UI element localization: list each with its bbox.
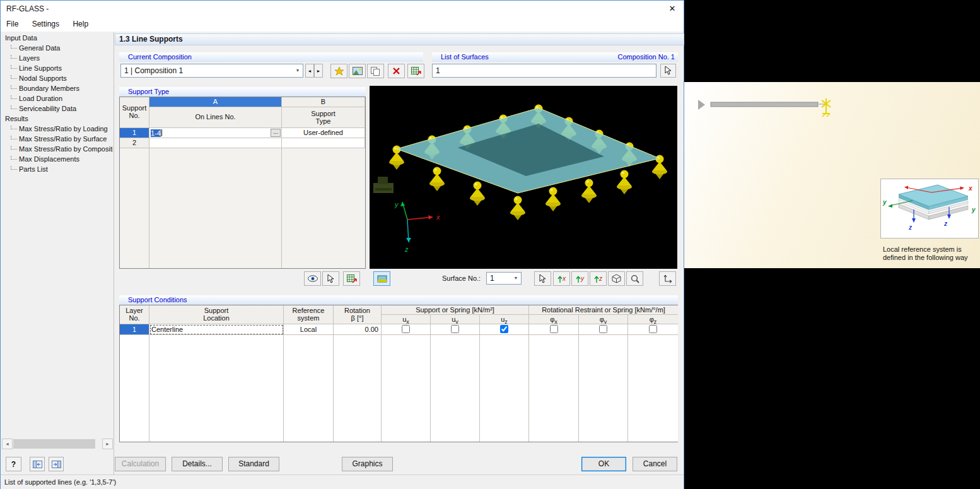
phix-checkbox[interactable]	[550, 325, 558, 333]
cancel-button[interactable]: Cancel	[633, 457, 677, 471]
tree-results[interactable]: Results	[2, 114, 113, 124]
uz-checkbox[interactable]	[500, 325, 508, 333]
phiz-cell[interactable]	[628, 324, 678, 335]
uy-cell[interactable]	[431, 324, 480, 335]
menu-help[interactable]: Help	[67, 17, 94, 32]
close-button[interactable]: ✕	[662, 1, 682, 17]
calculation-button[interactable]: Calculation	[115, 457, 166, 471]
scrollbar-thumb[interactable]	[13, 439, 95, 449]
ux-cell[interactable]	[382, 324, 431, 335]
tree-max-stress-loading[interactable]: Max Stress/Ratio by Loading	[2, 124, 113, 134]
standard-button[interactable]: Standard	[228, 457, 279, 471]
surfaces-list-input[interactable]: 1	[432, 64, 656, 78]
support-type-cell-empty[interactable]	[282, 138, 365, 148]
phiz-checkbox[interactable]	[649, 325, 657, 333]
zoom-button[interactable]	[626, 271, 643, 286]
tree-line-supports[interactable]: Line Supports	[2, 63, 113, 73]
ux-checkbox[interactable]	[402, 325, 410, 333]
graphics-viewport[interactable]: y x z	[370, 86, 677, 269]
on-lines-cell[interactable]: 1-4 ...	[149, 128, 282, 138]
view-x-button[interactable]: x	[553, 271, 570, 286]
export-composition-button[interactable]	[407, 64, 424, 78]
rotation-cell[interactable]: 0.00	[334, 324, 382, 335]
column-header-b[interactable]: B	[282, 97, 365, 107]
tooltip-caption-line1: Local reference system is	[883, 245, 977, 254]
column-header-a[interactable]: A	[149, 97, 282, 107]
eye-icon	[308, 275, 318, 282]
view-y-button[interactable]: y	[571, 271, 588, 286]
render-icon	[377, 274, 387, 283]
edit-composition-button[interactable]	[349, 64, 366, 78]
group-header-support-spring: Support or Spring [kN/m²]	[382, 305, 529, 315]
navigation-tree: Input Data General Data Layers Line Supp…	[2, 33, 113, 449]
export-table-button[interactable]	[343, 271, 360, 286]
tree-boundary-members[interactable]: Boundary Members	[2, 83, 113, 93]
column-header-reference-system: Reference system	[284, 305, 334, 324]
support-type-table: Support No. A B On Lines No. Support Typ…	[119, 97, 366, 269]
layer-row-header[interactable]: 1	[120, 324, 149, 335]
surface-no-dropdown[interactable]: 1 ▼	[486, 272, 522, 285]
text-caret	[161, 129, 162, 136]
tree-horizontal-scrollbar[interactable]: ◄ ►	[2, 439, 113, 449]
uy-checkbox[interactable]	[451, 325, 459, 333]
phiy-checkbox[interactable]	[599, 325, 607, 333]
phiy-cell[interactable]	[579, 324, 628, 335]
graphics-button[interactable]: Graphics	[342, 457, 393, 471]
delete-composition-button[interactable]	[388, 64, 405, 78]
tree-input-data[interactable]: Input Data	[2, 33, 113, 43]
new-composition-button[interactable]	[330, 64, 347, 78]
browse-lines-button[interactable]: ...	[271, 129, 281, 137]
composition-combobox[interactable]: 1 | Composition 1 ▼	[120, 64, 303, 78]
tree-nodal-supports[interactable]: Nodal Supports	[2, 73, 113, 83]
copy-composition-button[interactable]	[367, 64, 384, 78]
isometric-view-button[interactable]	[608, 271, 625, 286]
ok-button[interactable]: OK	[581, 457, 626, 471]
menu-settings[interactable]: Settings	[26, 17, 65, 32]
row-1-header[interactable]: 1	[120, 128, 149, 138]
tree-parts-list[interactable]: Parts List	[2, 164, 113, 174]
table-export-icon	[411, 67, 421, 76]
tree-load-duration[interactable]: Load Duration	[2, 93, 113, 103]
tree-serviceability-data[interactable]: Serviceability Data	[2, 103, 113, 114]
render-mode-button[interactable]	[373, 271, 390, 286]
uz-cell[interactable]	[480, 324, 529, 335]
panel-toggle-right-button[interactable]	[49, 457, 64, 471]
support-conditions-table: Layer No. Support Location Reference sys…	[119, 305, 678, 442]
rf-glass-dialog: RF-GLASS - ✕ File Settings Help Input Da…	[0, 0, 684, 489]
next-composition-button[interactable]: ►	[314, 64, 323, 78]
tree-max-stress-surface[interactable]: Max Stress/Ratio by Surface	[2, 134, 113, 144]
support-location-cell[interactable]: Centerline	[149, 324, 284, 335]
help-button[interactable]: ?	[6, 457, 21, 471]
panel-toggle-left-button[interactable]	[30, 457, 45, 471]
cursor-arrow-icon	[665, 66, 672, 75]
column-header-on-lines-no: On Lines No.	[149, 107, 282, 128]
reference-system-image: x y y z z	[880, 179, 979, 239]
column-header-support-no: Support No.	[120, 97, 149, 128]
pick-surface-button[interactable]	[534, 271, 551, 286]
support-type-cell[interactable]: User-defined	[282, 128, 365, 138]
row-2-header[interactable]: 2	[120, 138, 149, 148]
tree-general-data[interactable]: General Data	[2, 43, 113, 53]
tree-max-displacements[interactable]: Max Displacements	[2, 154, 113, 164]
svg-text:y: y	[971, 206, 976, 213]
scroll-left-arrow[interactable]: ◄	[2, 439, 13, 449]
table-filler	[529, 335, 579, 442]
scroll-right-arrow[interactable]: ►	[102, 439, 113, 449]
reference-system-cell[interactable]: Local	[284, 324, 334, 335]
on-lines-value[interactable]: 1-4	[151, 129, 161, 137]
menu-file[interactable]: File	[1, 17, 24, 32]
view-z-button[interactable]: z	[590, 271, 607, 286]
pick-lines-button[interactable]	[322, 271, 339, 286]
tree-max-stress-composition[interactable]: Max Stress/Ratio by Compositio	[2, 144, 113, 154]
coordinate-system-button[interactable]	[659, 271, 676, 286]
group-header-rotational-restraint: Rotational Restraint or Spring [kNm/°/m]	[529, 305, 678, 315]
on-lines-cell-empty[interactable]	[149, 138, 282, 148]
details-button[interactable]: Details...	[172, 457, 223, 471]
pick-surfaces-button[interactable]	[660, 64, 676, 78]
phix-cell[interactable]	[529, 324, 579, 335]
visibility-button[interactable]	[304, 271, 321, 286]
title-bar[interactable]: RF-GLASS - ✕	[1, 1, 684, 17]
svg-text:y: y	[882, 199, 887, 206]
tree-layers[interactable]: Layers	[2, 53, 113, 63]
previous-composition-button[interactable]: ◄	[305, 64, 314, 78]
